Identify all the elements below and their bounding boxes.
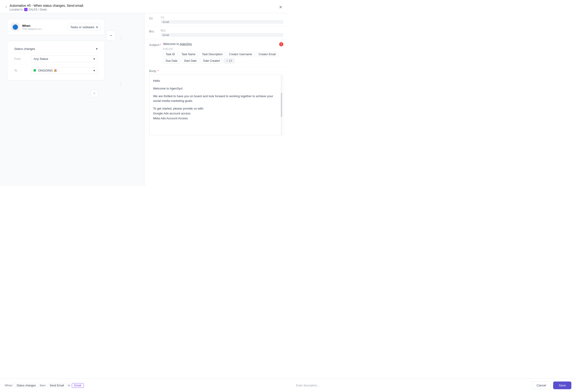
subject-underline-text: AgenSys (180, 42, 192, 46)
email-panel: Cc Cc Email Bcc Bcc Email Subject* Welco… (144, 13, 288, 186)
bcc-label: Bcc (149, 29, 161, 33)
field-chip-start-date[interactable]: Start Date (181, 58, 199, 63)
bcc-email-chip[interactable]: Email (161, 33, 283, 37)
subject-text[interactable]: Welcome to AgenSys (163, 42, 283, 46)
to-select[interactable]: ONGOING 🎉 ▾ (31, 67, 98, 74)
when-text-block: When This happens on... (22, 24, 64, 30)
ongoing-status-dot (33, 69, 36, 72)
automation-flow-panel: 🔵 When This happens on... Tasks or subta… (0, 13, 144, 186)
field-chip-task-id[interactable]: Task ID (163, 52, 177, 57)
bcc-row: Bcc Bcc Email (144, 26, 288, 39)
scrollbar-track (281, 75, 282, 135)
from-label: From (14, 57, 28, 60)
cc-label: Cc (149, 16, 161, 20)
field-chip-more[interactable]: + 13 (224, 58, 234, 63)
status-title[interactable]: Status changes ▾ (11, 45, 101, 53)
close-button[interactable]: ✕ (278, 4, 283, 11)
subject-badge: 1 (279, 42, 283, 46)
location-info: Located in: S SALES / Deals (10, 8, 84, 11)
status-chevron-icon: ▾ (96, 47, 98, 51)
body-section: Body: * Hello Welcome to AgenSys! We are… (144, 66, 288, 138)
field-chip-due-date[interactable]: Due Date (163, 58, 180, 63)
to-value: ONGOING 🎉 (33, 69, 57, 72)
fields-section: FIELDS Task ID Task Name Task Descriptio… (163, 48, 283, 63)
status-card: Status changes ▾ From Any Status ▾ To (7, 41, 105, 80)
status-title-label: Status changes (14, 47, 35, 51)
field-chip-date-created[interactable]: Date Created (201, 58, 222, 63)
location-prefix: Located in: (10, 8, 23, 11)
when-sublabel: This happens on... (22, 28, 64, 30)
trigger-select[interactable]: Tasks or subtasks ▾ (67, 24, 101, 30)
clickup-logo: 🔵 (12, 24, 18, 30)
back-button[interactable]: ‹ (5, 4, 8, 10)
field-chips-container: Task ID Task Name Task Description Creat… (163, 52, 283, 63)
subject-row: Subject* Welcome to AgenSys FIELDS Task … (144, 39, 288, 66)
subject-content: Welcome to AgenSys FIELDS Task ID Task N… (163, 42, 283, 63)
fields-label: FIELDS (163, 48, 283, 50)
cc-row: Cc Cc Email (144, 13, 288, 26)
bcc-placeholder[interactable]: Bcc (161, 29, 283, 32)
from-row: From Any Status ▾ (11, 53, 101, 65)
connector-line (121, 36, 121, 41)
flow-area: 🔵 When This happens on... Tasks or subta… (7, 19, 137, 97)
body-text: Hello Welcome to AgenSys! We are thrille… (153, 79, 279, 121)
field-chip-task-description[interactable]: Task Description (200, 52, 225, 57)
cc-content: Cc Email (161, 16, 283, 24)
subject-label: Subject* (149, 42, 163, 47)
when-icon: 🔵 (11, 23, 19, 31)
header-info: Automation #5 - When status changes, Sen… (10, 4, 84, 11)
main-content: 🔵 When This happens on... Tasks or subta… (0, 13, 288, 186)
to-label: To (14, 69, 28, 72)
bottom-connector-line (121, 81, 121, 86)
to-chevron-icon: ▾ (93, 69, 95, 72)
from-select[interactable]: Any Status ▾ (31, 56, 98, 62)
body-required-marker: * (158, 69, 159, 73)
from-value: Any Status (33, 57, 48, 60)
trigger-select-value: Tasks or subtasks (70, 25, 94, 29)
body-label: Body: * (149, 69, 283, 73)
modal-header: ‹ Automation #5 - When status changes, S… (0, 0, 288, 13)
when-label: When (22, 24, 64, 28)
cc-email-chip[interactable]: Email (161, 20, 283, 24)
location-path: SALES / Deals (29, 8, 47, 11)
trigger-chevron-icon: ▾ (96, 25, 98, 29)
field-chip-creator-username[interactable]: Creator Username (227, 52, 255, 57)
cc-placeholder[interactable]: Cc (161, 16, 283, 19)
field-chip-task-name[interactable]: Task Name (179, 52, 198, 57)
body-editor[interactable]: Hello Welcome to AgenSys! We are thrille… (149, 75, 283, 135)
to-row: To ONGOING 🎉 ▾ (11, 65, 101, 76)
automation-title: Automation #5 - When status changes, Sen… (10, 4, 84, 7)
when-card: 🔵 When This happens on... Tasks or subta… (7, 19, 105, 35)
bcc-content: Bcc Email (161, 29, 283, 37)
location-icon: S (24, 8, 28, 11)
add-step-button[interactable]: + (91, 90, 98, 97)
field-chip-creator-email[interactable]: Creator Email (256, 52, 278, 57)
arrow-connector: → (106, 30, 116, 40)
scrollbar-thumb[interactable] (281, 93, 282, 117)
from-chevron-icon: ▾ (93, 57, 95, 60)
subject-required-marker: * (160, 43, 161, 47)
